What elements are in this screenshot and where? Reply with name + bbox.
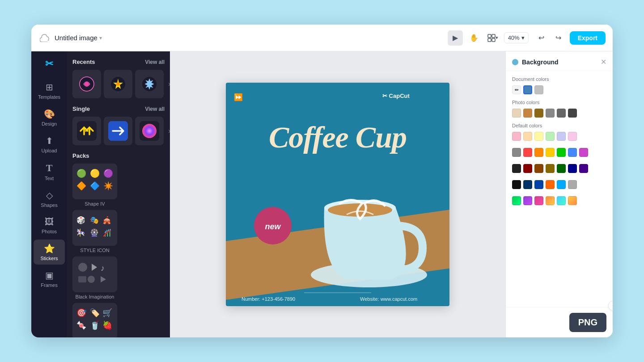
singles-next-arrow[interactable]: › [166, 125, 170, 137]
photo-color-1[interactable] [512, 109, 521, 118]
undo-button[interactable]: ↩ [534, 30, 549, 46]
color-swatch[interactable] [523, 180, 532, 189]
color-swatch[interactable] [512, 164, 521, 173]
photo-color-3[interactable] [534, 109, 543, 118]
photo-color-2[interactable] [523, 109, 532, 118]
color-swatch[interactable] [568, 132, 577, 141]
color-swatch[interactable] [568, 180, 577, 189]
recent-sticker-2[interactable] [104, 70, 132, 98]
sidebar-item-upload[interactable]: ⬆ Upload [34, 132, 65, 157]
pack-black-imagination[interactable]: ♪ Black Imagination [72, 257, 117, 299]
right-panel-body: Document colors ✏ Photo colors D [506, 71, 613, 307]
sidebar-item-shapes[interactable]: ◇ Shapes [34, 186, 65, 211]
svg-text:🔷: 🔷 [90, 181, 100, 191]
color-swatch[interactable] [523, 164, 532, 173]
photo-colors-label: Photo colors [512, 100, 606, 105]
color-swatch[interactable] [523, 132, 532, 141]
color-swatch[interactable] [512, 180, 521, 189]
doc-title[interactable]: Untitled image ▾ [55, 34, 102, 42]
color-swatch[interactable] [523, 196, 532, 205]
packs-section: Packs [72, 152, 165, 159]
color-swatch[interactable] [557, 132, 566, 141]
hand-tool-button[interactable]: ✋ [466, 30, 482, 46]
text-icon: T [46, 162, 53, 174]
color-swatch[interactable] [546, 132, 555, 141]
photo-color-4[interactable] [546, 109, 555, 118]
color-swatch[interactable] [546, 148, 555, 157]
color-swatch[interactable] [568, 196, 577, 205]
svg-text:♪: ♪ [101, 264, 105, 273]
color-swatch[interactable] [557, 148, 566, 157]
doc-color-2[interactable] [534, 85, 543, 94]
right-panel-footer: PNG [506, 307, 613, 337]
pack-supermarket[interactable]: 🎯 🏷️ 🛒 🍬 🥤 🍓 Supermarket [72, 303, 117, 337]
color-swatch[interactable] [546, 196, 555, 205]
color-swatch[interactable] [579, 164, 588, 173]
recent-sticker-1[interactable] [72, 70, 101, 98]
svg-point-26 [78, 263, 87, 272]
pack-shape-iv[interactable]: 🟢 🟡 🟣 🔶 🔷 ✴️ Shape IV [72, 164, 117, 206]
recents-next-arrow[interactable]: › [166, 78, 170, 90]
color-swatch[interactable] [534, 132, 543, 141]
photo-colors-row [512, 109, 606, 118]
single-sticker-1[interactable] [72, 117, 101, 145]
color-swatch[interactable] [579, 148, 588, 157]
sidebar-item-design[interactable]: 🎨 Design [34, 105, 65, 130]
single-label: Single [72, 105, 90, 112]
view-all-recents[interactable]: View all [145, 59, 165, 65]
color-swatch[interactable] [534, 164, 543, 173]
color-swatch[interactable] [512, 196, 521, 205]
color-swatch[interactable] [557, 180, 566, 189]
svg-point-7 [116, 82, 120, 86]
color-swatch[interactable] [512, 132, 521, 141]
single-sticker-3[interactable] [135, 117, 164, 145]
single-sticker-2[interactable] [104, 117, 132, 145]
sidebar-item-frames[interactable]: ▣ Frames [34, 266, 65, 291]
view-all-single[interactable]: View all [145, 106, 165, 112]
photo-color-6[interactable] [568, 109, 577, 118]
stickers-icon: ⭐ [44, 243, 55, 254]
color-swatch[interactable] [512, 148, 521, 157]
right-panel: Background ✕ Document colors ✏ Photo col… [505, 51, 613, 337]
pack-style-icon[interactable]: 🎲 🎭 🎪 🎠 🎡 🎢 STYLE ICON [72, 210, 117, 253]
redo-button[interactable]: ↪ [551, 30, 566, 46]
sidebar-item-stickers[interactable]: ⭐ Stickers [34, 240, 65, 265]
svg-rect-3 [492, 38, 495, 42]
cloud-icon[interactable] [38, 32, 51, 44]
svg-text:Coffee Cup: Coffee Cup [269, 120, 407, 154]
svg-rect-1 [492, 34, 495, 38]
top-bar: Untitled image ▾ ▶ ✋ ▾ 40% ▾ [31, 25, 613, 51]
sidebar-item-photos[interactable]: 🖼 Photos [34, 213, 65, 238]
color-swatch[interactable] [523, 148, 532, 157]
singles-grid: › [72, 117, 165, 145]
color-swatch[interactable] [557, 164, 566, 173]
sticker-panel: Recents View all [67, 51, 170, 337]
svg-rect-29 [78, 276, 86, 282]
recent-sticker-3[interactable] [135, 70, 164, 98]
recents-grid: › [72, 70, 165, 98]
color-swatch[interactable] [568, 148, 577, 157]
color-swatch[interactable] [568, 164, 577, 173]
sidebar-item-text[interactable]: T Text [34, 159, 65, 185]
export-button[interactable]: Export [570, 31, 606, 45]
grid-tool-button[interactable]: ▾ [485, 30, 500, 46]
color-swatch[interactable] [557, 196, 566, 205]
sidebar-item-stickers-label: Stickers [40, 256, 58, 261]
canvas-card[interactable]: ⏩ ✂ CapCut Coffee Cup [226, 83, 449, 306]
png-badge[interactable]: PNG [569, 313, 606, 332]
background-color-indicator [512, 59, 518, 65]
color-swatch[interactable] [546, 180, 555, 189]
svg-text:🥤: 🥤 [90, 320, 100, 330]
photo-color-5[interactable] [557, 109, 566, 118]
color-swatch[interactable] [534, 196, 543, 205]
color-picker-button[interactable]: ✏ [512, 85, 521, 94]
doc-color-1[interactable] [523, 85, 532, 94]
sidebar-item-templates[interactable]: ⊞ Templates [34, 78, 65, 103]
svg-text:🛒: 🛒 [102, 308, 113, 318]
color-swatch[interactable] [534, 180, 543, 189]
zoom-control[interactable]: 40% ▾ [504, 32, 529, 43]
color-swatch[interactable] [546, 164, 555, 173]
panel-close-button[interactable]: ✕ [601, 58, 606, 66]
color-swatch[interactable] [534, 148, 543, 157]
select-tool-button[interactable]: ▶ [448, 30, 463, 46]
